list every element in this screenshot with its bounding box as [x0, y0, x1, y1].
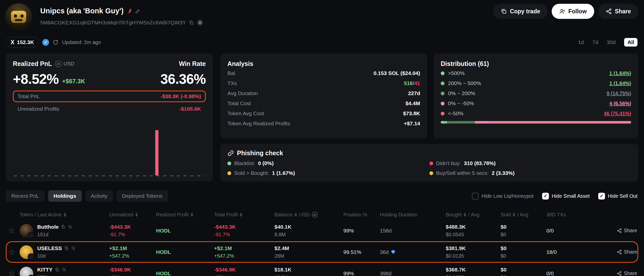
explorer-icon[interactable] — [197, 20, 203, 26]
status-dot — [227, 171, 231, 175]
copy-token-icon[interactable] — [55, 267, 59, 272]
col-token[interactable]: Token / Last Active — [20, 212, 109, 218]
currency-label: USD — [64, 61, 74, 67]
token-cell: Butthole 151d — [20, 224, 109, 238]
checkbox-checked-icon: ✓ — [542, 193, 549, 200]
col-holding-duration: Holding Duration — [380, 212, 446, 218]
pnl-percent-value: +8.52% — [13, 71, 59, 87]
sort-icon[interactable] — [240, 213, 242, 217]
share-button[interactable]: Share — [598, 4, 638, 19]
token-name[interactable]: KITTY — [37, 267, 53, 273]
table-row-kitty[interactable]: ☆ KITTY 377d -$346.9K -95% HODL -$346.9K… — [6, 263, 638, 276]
col-30d-txs: 30D TXs — [546, 212, 611, 218]
col-realized-profit[interactable]: Realized Profit — [156, 212, 214, 218]
currency-swap-icon[interactable]: ⇄ — [312, 212, 318, 218]
profile-avatar — [5, 3, 32, 30]
phishing-title: Phishing check — [237, 149, 283, 157]
sort-icon[interactable] — [191, 213, 193, 217]
sort-icon[interactable] — [464, 213, 466, 217]
col-sold[interactable]: Sold / Avg — [501, 212, 546, 218]
hide-small-asset-checkbox[interactable]: ✓ Hide Small Asset — [542, 193, 590, 200]
distribution-count-link[interactable]: 4 (6.56%) — [609, 101, 631, 106]
filter-all[interactable]: All — [624, 38, 637, 47]
edit-name-icon[interactable] — [135, 8, 141, 14]
row-share-button[interactable]: Share — [611, 270, 638, 276]
row-share-button[interactable]: Share — [611, 228, 638, 233]
txs-buy-count: 516 — [404, 80, 413, 86]
profile-name: Unipcs (aka 'Bonk Guy') — [40, 7, 124, 15]
copy-trade-icon — [501, 8, 507, 14]
phishing-didnt-buy: Didn't buy: 310 (83.78%) — [429, 160, 631, 166]
balance-cell: $2.4M 28M — [274, 245, 343, 259]
favorite-star-icon[interactable]: ☆ — [6, 248, 20, 256]
tab-activity[interactable]: Activity — [85, 190, 113, 202]
filter-30d[interactable]: 30d — [607, 39, 616, 45]
follow-person-plus-icon — [559, 8, 565, 14]
distribution-count-link[interactable]: 1 (1.64%) — [609, 81, 631, 86]
copy-address-icon[interactable] — [189, 20, 194, 25]
win-rate-label: Win Rate — [179, 60, 206, 67]
total-pnl-label: Total PnL — [18, 93, 40, 99]
holding-duration-cell: 158d — [380, 228, 446, 234]
token-name[interactable]: Butthole — [37, 224, 59, 230]
top-bar: Unipcs (aka 'Bonk Guy') 5M8ACGKEXG1ojKDT… — [0, 0, 644, 30]
distribution-row: >500% 1 (1.64%) — [441, 68, 631, 78]
profile-block: Unipcs (aka 'Bonk Guy') 5M8ACGKEXG1ojKDT… — [5, 3, 203, 30]
hide-low-liq-checkbox[interactable]: Hide Low Liq/Honeypot — [472, 193, 534, 200]
favorite-star-icon[interactable]: ☆ — [6, 269, 20, 276]
search-token-icon[interactable] — [62, 267, 66, 272]
table-row-butthole[interactable]: ☆ Butthole 151d -$443.3K -91.7% HODL -$4… — [6, 220, 638, 241]
filter-1d[interactable]: 1d — [578, 39, 584, 45]
realized-profit-cell: HODL — [156, 270, 214, 276]
total-profit-cell: -$346.9K -95% — [214, 267, 274, 276]
sort-icon[interactable] — [295, 213, 297, 217]
currency-toggle[interactable]: ⇄ USD — [55, 61, 74, 67]
verified-badge-icon: ✓ — [42, 39, 49, 46]
table-row-useless-highlighted[interactable]: ☆ USELESS 10d +$2.1M +547.2% HODL +$2.1M… — [6, 241, 638, 263]
col-total-profit[interactable]: Total Profit — [214, 212, 274, 218]
link-icon — [227, 150, 234, 156]
sort-icon[interactable] — [64, 213, 66, 217]
phishing-buysell-5secs: Buy/Sell within 5 secs: 2 (3.33%) — [429, 170, 631, 176]
share-label: Share — [615, 8, 631, 15]
copy-token-icon[interactable] — [61, 225, 65, 229]
token-cell: KITTY 377d — [20, 267, 109, 276]
realized-pnl-panel: Realized PnL ⇄ USD Win Rate +8.52% +$67.… — [6, 54, 213, 181]
realized-profit-cell: HODL — [156, 228, 214, 234]
sort-icon[interactable] — [135, 213, 138, 217]
col-bought[interactable]: Bought / Avg — [446, 212, 501, 218]
distribution-count-link[interactable]: 46 (75.41%) — [604, 111, 631, 116]
tab-holdings[interactable]: Holdings — [48, 190, 82, 202]
updated-text: Updated: 2m ago — [62, 40, 101, 45]
analysis-row-bal: Bal 0.153 SOL ($24.04) — [227, 68, 420, 78]
tab-recent-pnl[interactable]: Recent PnL — [6, 190, 45, 202]
sort-icon[interactable] — [513, 213, 515, 217]
pnl-chart-bar — [155, 130, 158, 175]
share-nodes-icon — [617, 228, 622, 233]
distribution-count-link[interactable]: 1 (1.64%) — [609, 70, 631, 76]
copy-trade-button[interactable]: Copy trade — [493, 4, 548, 19]
distribution-count-link[interactable]: 9 (14.75%) — [607, 91, 631, 96]
share-nodes-icon — [606, 8, 612, 14]
copy-token-icon[interactable] — [64, 246, 69, 251]
twitter-followers-badge[interactable]: X 152.3K — [6, 37, 39, 48]
favorite-star-icon[interactable]: ☆ — [6, 226, 20, 235]
search-token-icon[interactable] — [68, 224, 72, 229]
position-cell: 99% — [343, 228, 380, 234]
position-cell: 99.51% — [343, 249, 380, 255]
token-name[interactable]: USELESS — [37, 245, 62, 251]
filter-7d[interactable]: 7d — [592, 39, 598, 45]
analysis-row-token-avg-cost: Token Avg Cost $73.8K — [227, 108, 420, 119]
hide-sell-out-checkbox[interactable]: ✓ Hide Sell Out — [598, 193, 637, 200]
col-balance[interactable]: Balance USD ⇄ — [274, 212, 343, 218]
unrealized-cell: +$2.1M +547.2% — [109, 245, 156, 259]
row-share-button[interactable]: Share — [611, 249, 638, 255]
follow-button[interactable]: Follow — [552, 4, 594, 19]
tab-deployed-tokens[interactable]: Deployed Tokens — [116, 190, 168, 202]
col-position: Position % — [343, 212, 380, 218]
search-token-icon[interactable] — [71, 246, 76, 251]
txs-30d-cell: 18/0 — [546, 249, 611, 255]
refresh-icon[interactable] — [53, 39, 59, 45]
sold-cell: $0 $0 — [501, 267, 546, 276]
col-unrealized[interactable]: Unrealized — [109, 212, 156, 218]
